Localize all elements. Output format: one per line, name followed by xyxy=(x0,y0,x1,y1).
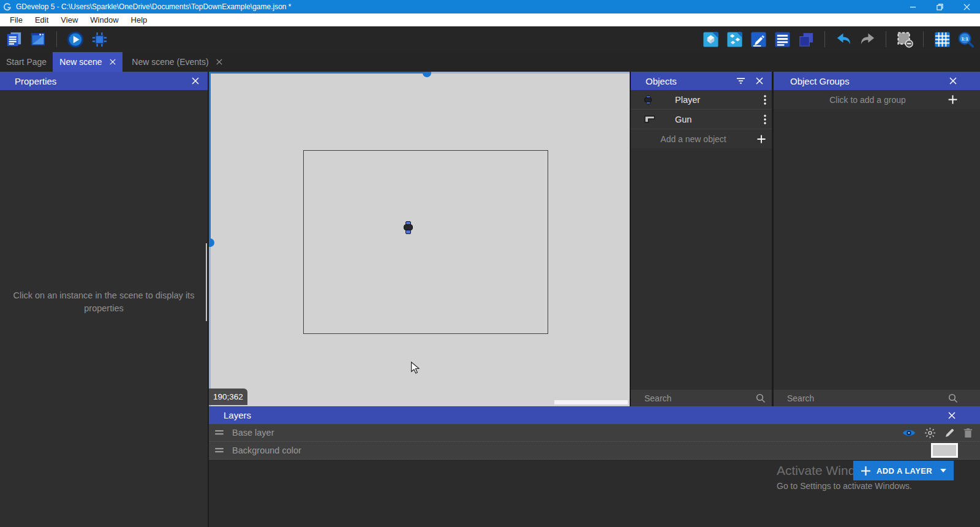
toolbar-right-group: 1:1 xyxy=(702,31,974,48)
tab-label: Start Page xyxy=(6,57,47,67)
horizontal-scroll-track xyxy=(209,72,427,74)
background-color-swatch[interactable] xyxy=(931,443,958,458)
objects-panel-title: Objects xyxy=(646,76,677,86)
layers-panel-icon[interactable] xyxy=(797,31,815,48)
add-layer-button-label: ADD A LAYER xyxy=(876,466,932,476)
horizontal-scroll-thumb[interactable] xyxy=(423,72,431,77)
object-groups-panel-icon[interactable] xyxy=(726,31,743,48)
cursor-coordinates-badge: 190;362 xyxy=(209,389,247,405)
properties-panel-title: Properties xyxy=(15,76,56,86)
vertical-scroll-thumb[interactable] xyxy=(209,238,214,247)
horizontal-scroll-track xyxy=(427,72,630,74)
toolbar-left-group xyxy=(6,31,108,48)
toolbar-separator xyxy=(923,31,924,47)
plus-icon xyxy=(861,466,871,476)
svg-text:1:1: 1:1 xyxy=(961,36,968,41)
layers-panel-header: Layers xyxy=(209,406,980,424)
properties-panel-header: Properties xyxy=(0,72,208,90)
layer-name: Base layer xyxy=(232,428,274,438)
object-row-gun[interactable]: Gun xyxy=(631,110,772,129)
objects-panel-icon[interactable] xyxy=(702,31,719,48)
undo-icon[interactable] xyxy=(835,31,852,48)
restore-icon xyxy=(937,4,943,10)
debug-icon[interactable] xyxy=(91,31,108,48)
start-page-window-icon[interactable] xyxy=(29,31,47,48)
filter-icon[interactable] xyxy=(736,77,745,85)
tab-new-scene-events[interactable]: New scene (Events) xyxy=(123,52,232,72)
player-object-icon xyxy=(644,96,652,104)
objects-search-input[interactable] xyxy=(643,393,756,404)
menu-edit[interactable]: Edit xyxy=(29,13,55,26)
menu-file[interactable]: File xyxy=(4,13,29,26)
gdevelop-logo-icon xyxy=(3,3,11,11)
properties-empty-message: Click on an instance in the scene to dis… xyxy=(11,289,197,315)
object-menu-kebab-icon[interactable] xyxy=(764,95,766,105)
instances-list-icon[interactable] xyxy=(774,31,791,48)
minimize-icon xyxy=(910,4,916,10)
plus-icon[interactable] xyxy=(948,94,958,105)
drag-handle-icon[interactable] xyxy=(214,447,224,453)
mouse-cursor xyxy=(410,362,420,374)
close-panel-icon[interactable] xyxy=(949,77,957,85)
add-object-label: Add a new object xyxy=(660,134,726,144)
tab-close-icon[interactable] xyxy=(110,59,116,65)
player-instance[interactable] xyxy=(404,221,413,234)
layer-delete-trash-icon[interactable] xyxy=(963,428,973,438)
object-menu-kebab-icon[interactable] xyxy=(764,115,766,124)
window-controls xyxy=(899,0,980,13)
objects-search-row xyxy=(631,390,772,406)
restore-button[interactable] xyxy=(926,0,953,13)
close-panel-icon[interactable] xyxy=(756,77,763,85)
title-bar: GDevelop 5 - C:\Users\Sparkle\OneDrive\D… xyxy=(0,0,980,13)
tab-close-icon[interactable] xyxy=(216,59,222,65)
clear-selection-icon[interactable] xyxy=(896,31,913,48)
tab-label: New scene xyxy=(59,57,102,67)
properties-scrollbar[interactable] xyxy=(206,243,207,321)
search-icon[interactable] xyxy=(756,393,766,403)
menu-help[interactable]: Help xyxy=(125,13,154,26)
layer-effects-icon[interactable] xyxy=(924,427,936,439)
toolbar-separator xyxy=(824,31,825,47)
plus-icon[interactable] xyxy=(756,134,766,144)
play-preview-icon[interactable] xyxy=(67,31,84,48)
add-new-object-row[interactable]: Add a new object xyxy=(631,129,772,148)
project-manager-icon[interactable] xyxy=(6,31,23,48)
close-button[interactable] xyxy=(953,0,980,13)
menu-view[interactable]: View xyxy=(55,13,84,26)
tab-new-scene[interactable]: New scene xyxy=(53,52,123,72)
redo-icon[interactable] xyxy=(859,31,876,48)
drag-handle-icon[interactable] xyxy=(214,430,224,436)
main-toolbar: 1:1 xyxy=(0,26,980,52)
toolbar-separator xyxy=(886,31,886,47)
toolbar-separator xyxy=(56,31,57,47)
menu-bar: File Edit View Window Help xyxy=(0,13,980,26)
bottom-scrollbar[interactable] xyxy=(554,400,628,404)
close-panel-icon[interactable] xyxy=(192,77,199,85)
toggle-grid-icon[interactable] xyxy=(933,31,951,48)
menu-window[interactable]: Window xyxy=(84,13,124,26)
layer-edit-pencil-icon[interactable] xyxy=(944,428,955,438)
game-window-bounds xyxy=(303,150,548,334)
object-name: Gun xyxy=(675,115,692,124)
vertical-scroll-track xyxy=(209,243,211,406)
tab-label: New scene (Events) xyxy=(132,57,208,67)
vertical-scroll-track xyxy=(209,72,211,243)
search-icon[interactable] xyxy=(948,393,958,403)
close-panel-icon[interactable] xyxy=(948,412,956,419)
gun-object-icon xyxy=(644,115,655,123)
properties-panel: Properties Click on an instance in the s… xyxy=(0,72,208,527)
minimize-button[interactable] xyxy=(899,0,926,13)
chevron-down-icon[interactable] xyxy=(940,469,946,472)
scene-canvas[interactable]: 190;362 xyxy=(209,72,630,406)
add-layer-button[interactable]: ADD A LAYER xyxy=(853,461,954,480)
layer-row-base[interactable]: Base layer xyxy=(209,424,980,442)
add-group-row[interactable]: Click to add a group xyxy=(774,90,980,109)
layer-name: Background color xyxy=(232,445,301,455)
tab-start-page[interactable]: Start Page xyxy=(0,52,53,72)
edit-scene-properties-icon[interactable] xyxy=(750,31,767,48)
layer-visibility-eye-icon[interactable] xyxy=(902,428,916,438)
object-row-player[interactable]: Player xyxy=(631,90,772,110)
layer-row-background-color[interactable]: Background color xyxy=(209,442,980,460)
object-groups-search-input[interactable] xyxy=(786,393,948,404)
zoom-original-icon[interactable]: 1:1 xyxy=(957,31,974,48)
